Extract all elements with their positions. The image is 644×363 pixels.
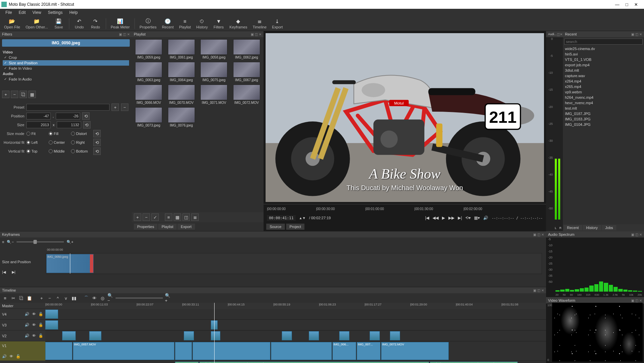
radio-option[interactable]: Right <box>71 140 91 144</box>
toolbar-recent[interactable]: 🕑Recent <box>160 18 176 30</box>
tl-zoom-slider[interactable] <box>116 297 163 299</box>
radio-option[interactable]: Distort <box>71 132 91 136</box>
maximize-button[interactable]: □ <box>625 2 628 7</box>
playlist-item[interactable]: IMG_0058.jpeg <box>199 39 229 59</box>
copy-icon[interactable]: ⿻ <box>18 295 24 301</box>
menu-help[interactable]: Help <box>67 9 80 16</box>
lock-icon[interactable]: 🔓 <box>39 334 43 338</box>
clip[interactable] <box>370 331 380 340</box>
preset-add[interactable]: + <box>112 104 119 111</box>
clip[interactable] <box>211 331 220 340</box>
toolbar-open-file[interactable]: 📂Open File <box>2 18 22 30</box>
zoom-out-icon[interactable]: 🔍− <box>7 240 14 244</box>
track-head-v3[interactable]: V3🔊 👁 🔓 <box>0 320 45 331</box>
clip[interactable]: IMG_0072.MOV <box>381 342 449 360</box>
recent-item[interactable]: IMG_0183.JPG <box>563 116 644 122</box>
clip[interactable] <box>271 342 332 360</box>
recent-item[interactable]: vp9.webm <box>563 89 644 95</box>
clip[interactable]: IMG_006... <box>332 342 356 360</box>
toolbar-redo[interactable]: ↷Redo <box>88 18 103 30</box>
volume-button[interactable]: 🔊 <box>483 215 488 220</box>
play-button[interactable]: ▶ <box>442 215 445 220</box>
mute-icon[interactable]: 🔊 <box>2 354 7 359</box>
playlist-item[interactable]: IMG_0071.MOV <box>199 85 229 105</box>
recent-item[interactable]: x264.mp4 <box>563 78 644 84</box>
recent-item[interactable]: hevc_nvenc.mp4 <box>563 100 644 106</box>
toolbar-export[interactable]: ⤓Export <box>270 18 285 30</box>
playlist-item[interactable]: IMG_0066.MOV <box>134 85 164 105</box>
playlist-check[interactable]: ✓ <box>151 213 159 221</box>
playlist-item[interactable]: IMG_0073.jpeg <box>134 107 164 127</box>
clip[interactable]: IMG_007... <box>357 342 380 360</box>
recent-tab[interactable]: Jobs <box>602 225 616 230</box>
audio-clip[interactable]: Pachyderm_-_13_-_Happy_Song_instrumental… <box>199 362 429 363</box>
clip[interactable] <box>184 331 194 340</box>
timeline-playhead[interactable] <box>214 303 215 363</box>
track-head-a1[interactable]: A1🔊 👁 🔓 <box>0 361 45 363</box>
track-a1[interactable]: IMG_0057.MO Pachyderm_-_13_-_Happy_Song_… <box>45 361 546 363</box>
position-y-input[interactable] <box>56 113 80 119</box>
playlist-item[interactable]: IMG_0072.MOV <box>232 85 262 105</box>
playlist-remove[interactable]: − <box>143 213 150 221</box>
clip[interactable] <box>309 331 319 340</box>
recent-item[interactable]: IMG_0104.JPG <box>563 122 644 127</box>
clip[interactable] <box>89 331 101 340</box>
selected-clip[interactable]: IMG_0050.jpeg <box>2 39 130 47</box>
recent-item[interactable]: test.mlt <box>563 106 644 111</box>
recent-tab[interactable]: History <box>583 225 601 230</box>
recent-item[interactable]: hiri5.avi <box>563 51 644 57</box>
cut-icon[interactable]: ✂ <box>10 295 16 301</box>
position-x-input[interactable] <box>26 113 51 119</box>
append-icon[interactable]: + <box>39 295 45 301</box>
toolbar-properties[interactable]: ⓘProperties <box>138 18 158 30</box>
size-h-input[interactable] <box>57 121 81 128</box>
zoom-slider[interactable] <box>33 240 37 244</box>
menu-edit[interactable]: Edit <box>16 9 28 16</box>
panel-controls[interactable]: ▣ ◫ ✕ <box>251 32 262 36</box>
playlist-tab[interactable]: Playlist <box>158 224 177 230</box>
filter-item[interactable]: Size and Position <box>3 60 129 66</box>
lock-icon[interactable]: 🔓 <box>16 354 21 359</box>
paste-icon[interactable]: 📋 <box>26 295 32 301</box>
lock-icon[interactable]: 🔓 <box>39 312 43 316</box>
overwrite-icon[interactable]: v <box>63 295 69 301</box>
recent-item[interactable]: x265.mp4 <box>563 84 644 89</box>
clip[interactable] <box>282 331 292 340</box>
toolbar-playlist[interactable]: ≡Playlist <box>177 18 193 30</box>
clip[interactable] <box>390 331 400 340</box>
zoom-in-icon[interactable]: 🔍+ <box>67 240 73 244</box>
hfit-reset[interactable]: ⟲ <box>93 139 101 146</box>
rewind-button[interactable]: ◀◀ <box>432 215 439 220</box>
track-head-master[interactable]: Master <box>0 303 45 309</box>
close-button[interactable]: ✕ <box>634 2 638 7</box>
playlist-tab[interactable]: Export <box>177 224 195 230</box>
audio-clip[interactable]: IMG_0057.MO <box>175 362 199 363</box>
toolbar-undo[interactable]: ↶Undo <box>72 18 87 30</box>
sizemode-reset[interactable]: ⟲ <box>93 130 101 137</box>
kf-menu-icon[interactable]: ≡ <box>2 240 4 244</box>
size-w-input[interactable] <box>26 121 51 128</box>
clip[interactable] <box>45 342 72 360</box>
track-v4[interactable] <box>45 309 546 320</box>
eye-icon[interactable]: 👁 <box>32 334 36 338</box>
track-v1[interactable]: IMG_0057.MOV IMG_006... IMG_007... IMG_0… <box>45 341 546 361</box>
playlist-item[interactable]: IMG_0059.jpeg <box>134 39 164 59</box>
kf-prev-button[interactable]: |◀ <box>2 270 6 274</box>
audio-clip[interactable]: Pachyderm_-_13_-_Happy_Song_instrumental… <box>430 362 518 363</box>
view-icons[interactable]: ◫ <box>182 213 190 221</box>
recent-item[interactable]: h264_nvenc.mp4 <box>563 95 644 100</box>
track-v2[interactable] <box>45 331 546 341</box>
mute-icon[interactable]: 🔊 <box>25 323 29 327</box>
recent-item[interactable]: IMG_0187.JPG <box>563 111 644 116</box>
playlist-item[interactable]: IMG_0063.jpeg <box>134 62 164 82</box>
filter-item[interactable]: Fade In Audio <box>3 76 129 82</box>
lock-icon[interactable]: 🔓 <box>39 323 43 327</box>
preset-remove[interactable]: − <box>121 104 128 111</box>
radio-option[interactable]: Fill <box>49 132 69 136</box>
recent-item[interactable]: wide25-cinema.dv <box>563 46 644 51</box>
position-reset[interactable]: ⟲ <box>82 112 90 120</box>
playlist-add[interactable]: + <box>134 213 141 221</box>
recent-tab[interactable]: Recent <box>564 225 582 230</box>
playlist-tab[interactable]: Properties <box>134 224 157 230</box>
eye-icon[interactable]: 👁 <box>32 323 36 327</box>
